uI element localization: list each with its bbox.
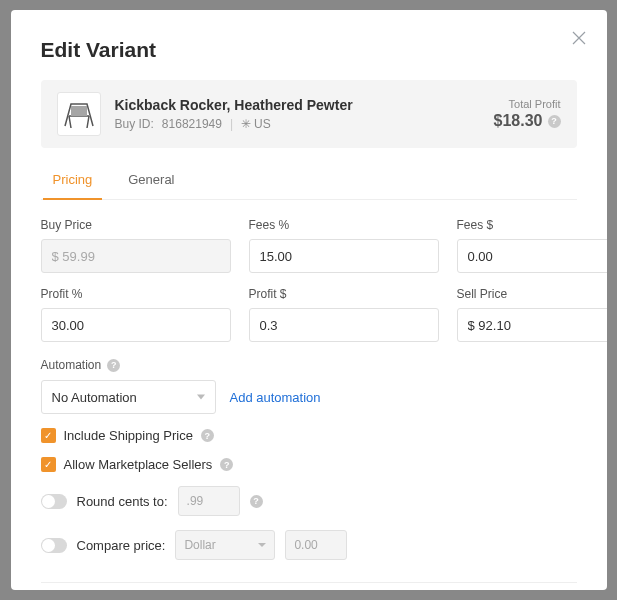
allow-marketplace-label: Allow Marketplace Sellers [64, 457, 213, 472]
tab-general[interactable]: General [124, 162, 178, 199]
help-icon[interactable]: ? [250, 495, 263, 508]
fees-dollar-label: Fees $ [457, 218, 607, 232]
fees-dollar-input[interactable] [457, 239, 607, 273]
close-icon [572, 31, 586, 45]
flag-icon: ✳ [241, 117, 251, 131]
tab-pricing[interactable]: Pricing [49, 162, 97, 199]
buy-price-input [41, 239, 231, 273]
sell-price-input[interactable] [457, 308, 607, 342]
field-profit-dollar: Profit $ [249, 287, 439, 342]
field-fees-pct: Fees % [249, 218, 439, 273]
field-profit-pct: Profit % [41, 287, 231, 342]
product-name: Kickback Rocker, Heathered Pewter [115, 97, 494, 113]
help-icon[interactable]: ? [548, 115, 561, 128]
close-button[interactable] [569, 28, 589, 48]
profit-label: Total Profit [494, 98, 561, 110]
round-cents-toggle[interactable] [41, 494, 67, 509]
automation-selected: No Automation [52, 390, 137, 405]
profit-value: $18.30 ? [494, 112, 561, 130]
automation-label: Automation [41, 358, 102, 372]
help-icon[interactable]: ? [201, 429, 214, 442]
modal-footer: Save [41, 582, 577, 590]
country-code: US [254, 117, 271, 131]
fees-pct-label: Fees % [249, 218, 439, 232]
field-sell-price: Sell Price [457, 287, 607, 342]
field-buy-price: Buy Price [41, 218, 231, 273]
profit-pct-input[interactable] [41, 308, 231, 342]
profit-dollar-input[interactable] [249, 308, 439, 342]
round-cents-input [178, 486, 240, 516]
automation-label-row: Automation ? [41, 358, 577, 372]
profit-block: Total Profit $18.30 ? [494, 98, 561, 130]
allow-marketplace-row: ✓ Allow Marketplace Sellers ? [41, 457, 577, 472]
product-info: Kickback Rocker, Heathered Pewter Buy ID… [115, 97, 494, 131]
svg-rect-0 [71, 106, 87, 116]
automation-select[interactable]: No Automation [41, 380, 216, 414]
product-thumbnail [57, 92, 101, 136]
modal-title: Edit Variant [41, 38, 577, 62]
buy-id-value: 816821949 [162, 117, 222, 131]
edit-variant-modal: Edit Variant Kickback Rocker, Heathered … [11, 10, 607, 590]
profit-pct-label: Profit % [41, 287, 231, 301]
help-icon[interactable]: ? [107, 359, 120, 372]
include-shipping-row: ✓ Include Shipping Price ? [41, 428, 577, 443]
field-fees-dollar: Fees $ [457, 218, 607, 273]
tabs: Pricing General [41, 162, 577, 200]
chair-icon [59, 94, 99, 134]
round-cents-label: Round cents to: [77, 494, 168, 509]
compare-price-row: Compare price: Dollar [41, 530, 577, 560]
automation-controls: No Automation Add automation [41, 380, 577, 414]
compare-price-label: Compare price: [77, 538, 166, 553]
product-meta: Buy ID: 816821949 | ✳ US [115, 117, 494, 131]
help-icon[interactable]: ? [220, 458, 233, 471]
buy-id-label: Buy ID: [115, 117, 154, 131]
profit-amount: $18.30 [494, 112, 543, 130]
buy-price-label: Buy Price [41, 218, 231, 232]
round-cents-row: Round cents to: ? [41, 486, 577, 516]
sell-price-label: Sell Price [457, 287, 607, 301]
compare-unit-value: Dollar [184, 538, 215, 552]
country-indicator: ✳ US [241, 117, 271, 131]
meta-divider: | [230, 117, 233, 131]
include-shipping-label: Include Shipping Price [64, 428, 193, 443]
product-header: Kickback Rocker, Heathered Pewter Buy ID… [41, 80, 577, 148]
include-shipping-checkbox[interactable]: ✓ [41, 428, 56, 443]
profit-dollar-label: Profit $ [249, 287, 439, 301]
compare-price-toggle[interactable] [41, 538, 67, 553]
automation-section: Automation ? No Automation Add automatio… [41, 358, 577, 414]
form-grid: Buy Price Fees % Fees $ Profit % Profit … [41, 218, 577, 342]
add-automation-link[interactable]: Add automation [230, 390, 321, 405]
fees-pct-input[interactable] [249, 239, 439, 273]
compare-unit-select[interactable]: Dollar [175, 530, 275, 560]
allow-marketplace-checkbox[interactable]: ✓ [41, 457, 56, 472]
compare-value-input [285, 530, 347, 560]
